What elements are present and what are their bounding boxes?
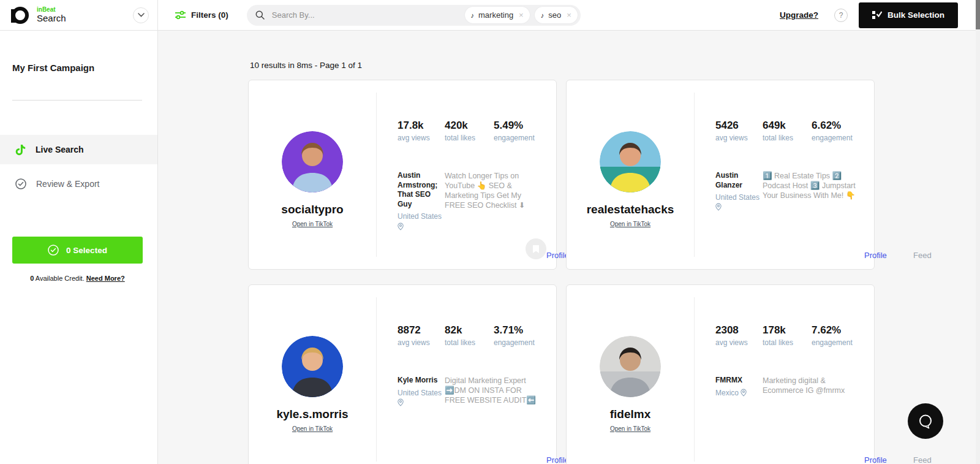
stat-avg-views: 8872 avg views xyxy=(398,324,445,347)
credit-line: 0 Available Credit. Need More? xyxy=(12,275,143,282)
username: socialtypro xyxy=(281,203,343,216)
avatar xyxy=(282,336,343,397)
filters-sliders-icon xyxy=(175,10,186,20)
location-pin-icon xyxy=(715,203,722,211)
location-pin-icon xyxy=(398,398,404,406)
stat-total-likes: 178k total likes xyxy=(763,324,812,347)
campaign-title: My First Campaign xyxy=(12,63,157,73)
username: realestatehacks xyxy=(587,203,674,216)
stat-label: avg views xyxy=(715,338,763,347)
sidebar: My First Campaign Live Search Review & E… xyxy=(0,31,158,464)
sidebar-item-label: Live Search xyxy=(36,145,84,154)
bulk-selection-icon xyxy=(872,10,882,20)
need-more-link[interactable]: Need More? xyxy=(86,275,125,282)
bio-text: Digital Marketing Expert ➡️DM ON INSTA F… xyxy=(445,376,545,408)
stat-label: total likes xyxy=(763,134,812,142)
tab-profile[interactable]: Profile xyxy=(864,251,913,260)
brand-product: Search xyxy=(37,13,66,23)
credit-text: Available Credit. xyxy=(34,275,86,282)
stat-label: engagement xyxy=(812,134,859,142)
chat-bubble-icon xyxy=(918,414,933,429)
stats-row: 5426 avg views 649k total likes 6.62% en… xyxy=(715,120,863,142)
stat-avg-views: 17.8k avg views xyxy=(398,120,445,142)
tiktok-note-icon: ♪ xyxy=(541,12,545,19)
stat-value: 3.71% xyxy=(494,324,541,337)
scrollbar[interactable] xyxy=(976,0,980,464)
question-mark-icon: ? xyxy=(839,11,843,20)
remove-tag-icon[interactable]: × xyxy=(567,10,571,20)
card-right-column: 8872 avg views 82k total likes 3.71% eng… xyxy=(377,285,556,464)
stat-label: total likes xyxy=(763,338,812,347)
top-bar: inBeat Search Filters (0) ♪ marketing × xyxy=(0,0,980,31)
influencer-card: socialtypro Open in TikTok 17.8k avg vie… xyxy=(248,80,557,270)
profile-row: Austin Glanzer United States 1️⃣ Real Es xyxy=(715,171,863,213)
person-name: Austin Glanzer xyxy=(715,171,763,190)
topbar-right: Upgrade? ? Bulk Selection xyxy=(780,0,980,30)
open-in-tiktok-link[interactable]: Open in TikTok xyxy=(292,425,333,432)
stats-row: 17.8k avg views 420k total likes 5.49% e… xyxy=(398,120,545,142)
selected-count-label: 0 Selected xyxy=(66,246,107,255)
tag-label: seo xyxy=(548,10,561,20)
check-circle-icon xyxy=(15,178,26,189)
location: United States xyxy=(398,388,445,408)
location: Mexico xyxy=(715,388,763,398)
location-label: United States xyxy=(715,193,760,202)
stat-label: engagement xyxy=(812,338,859,347)
name-column: Austin Armstrong; That SEO Guy United St… xyxy=(398,171,445,232)
location-label: Mexico xyxy=(715,389,739,397)
tab-profile[interactable]: Profile xyxy=(864,455,913,464)
profile-row: Kyle Morris United States Digital Market xyxy=(398,376,545,408)
search-tag-seo[interactable]: ♪ seo × xyxy=(535,7,578,23)
stat-label: engagement xyxy=(494,338,541,347)
stat-value: 17.8k xyxy=(398,120,445,132)
filters-label: Filters (0) xyxy=(191,10,228,20)
search-icon xyxy=(255,10,265,20)
card-left-column: realestatehacks Open in TikTok xyxy=(567,93,695,257)
stat-value: 178k xyxy=(763,324,812,337)
bookmark-icon xyxy=(532,245,540,254)
remove-tag-icon[interactable]: × xyxy=(519,10,524,20)
location: United States xyxy=(398,211,445,231)
sidebar-item-live-search[interactable]: Live Search xyxy=(0,135,157,164)
card-tabs: Profile Feed xyxy=(864,455,932,464)
tab-feed[interactable]: Feed xyxy=(913,455,932,464)
stat-value: 82k xyxy=(445,324,494,337)
upgrade-link[interactable]: Upgrade? xyxy=(780,10,818,20)
stat-value: 2308 xyxy=(715,324,763,337)
search-bar[interactable]: ♪ marketing × ♪ seo × xyxy=(247,5,581,26)
tab-feed[interactable]: Feed xyxy=(913,251,932,260)
bookmark-button[interactable] xyxy=(526,238,546,259)
main-content: 10 results in 8ms - Page 1 of 1 xyxy=(158,31,975,464)
tiktok-note-icon xyxy=(15,144,26,156)
collapse-sidebar-button[interactable] xyxy=(133,7,149,23)
card-left-column: socialtypro Open in TikTok xyxy=(249,93,377,257)
check-circle-icon xyxy=(48,245,59,256)
stat-engagement: 5.49% engagement xyxy=(494,120,541,142)
profile-row: Austin Armstrong; That SEO Guy United St… xyxy=(398,171,545,232)
profile-row: FMRMX Mexico Marketing digital & Ecommer… xyxy=(715,376,863,398)
selected-count-button[interactable]: 0 Selected xyxy=(12,237,143,264)
brand-text: inBeat Search xyxy=(37,7,66,23)
help-button[interactable]: ? xyxy=(834,9,848,22)
location: United States xyxy=(715,192,763,212)
sidebar-item-review-export[interactable]: Review & Export xyxy=(0,169,157,199)
filters-button[interactable]: Filters (0) xyxy=(175,10,228,20)
person-name: Austin Armstrong; That SEO Guy xyxy=(398,171,445,209)
search-input[interactable] xyxy=(272,10,460,20)
sidebar-item-label: Review & Export xyxy=(36,179,99,189)
name-column: Austin Glanzer United States xyxy=(715,171,763,213)
stat-label: engagement xyxy=(494,134,541,142)
search-tag-marketing[interactable]: ♪ marketing × xyxy=(465,7,530,23)
stat-avg-views: 5426 avg views xyxy=(715,120,763,142)
avatar xyxy=(600,336,661,397)
bio-text: Watch Longer Tips on YouTube 👆 SEO & Mar… xyxy=(445,171,545,232)
bulk-selection-button[interactable]: Bulk Selection xyxy=(859,2,958,28)
chat-widget-button[interactable] xyxy=(908,403,943,439)
open-in-tiktok-link[interactable]: Open in TikTok xyxy=(610,425,650,432)
scrollbar-thumb[interactable] xyxy=(976,0,980,29)
influencer-card: fidelmx Open in TikTok 2308 avg views 17… xyxy=(566,284,875,464)
avatar xyxy=(600,131,661,192)
stats-row: 2308 avg views 178k total likes 7.62% en… xyxy=(715,324,863,347)
open-in-tiktok-link[interactable]: Open in TikTok xyxy=(292,221,333,227)
open-in-tiktok-link[interactable]: Open in TikTok xyxy=(610,221,650,227)
